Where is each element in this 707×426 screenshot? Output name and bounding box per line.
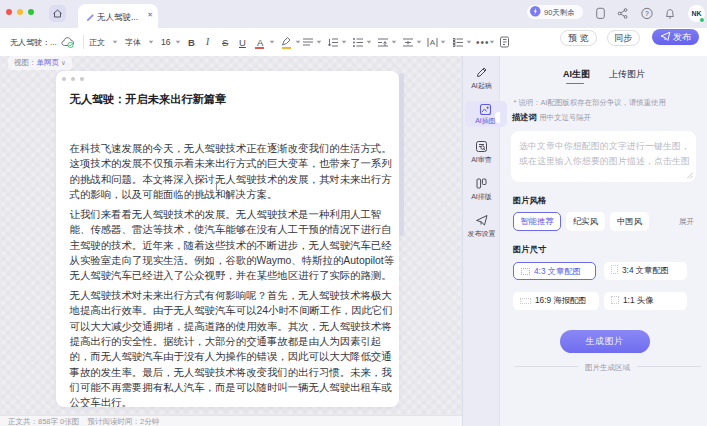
svg-text:?: ? [645,10,649,17]
svg-text:A: A [430,38,436,47]
